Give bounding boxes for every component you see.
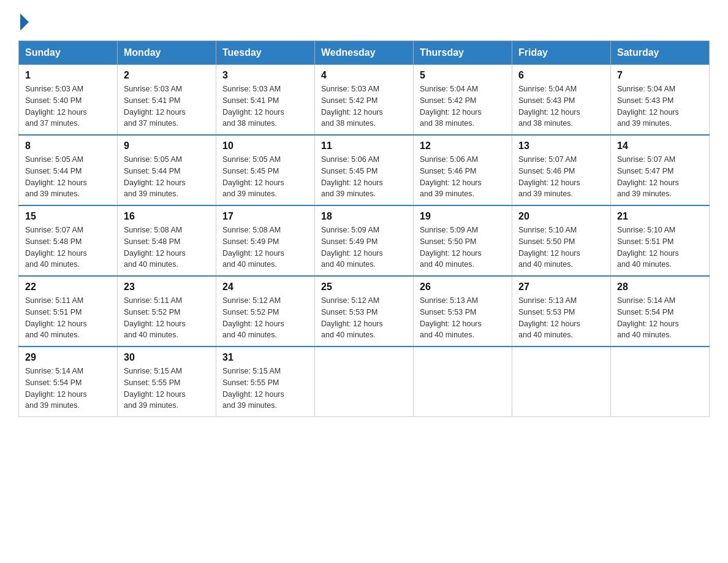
- day-info: Sunrise: 5:06 AMSunset: 5:46 PMDaylight:…: [420, 154, 506, 200]
- calendar-cell: 2Sunrise: 5:03 AMSunset: 5:41 PMDaylight…: [118, 65, 216, 136]
- calendar-cell: 8Sunrise: 5:05 AMSunset: 5:44 PMDaylight…: [19, 135, 118, 205]
- day-number: 24: [222, 282, 308, 293]
- calendar-cell: 17Sunrise: 5:08 AMSunset: 5:49 PMDayligh…: [216, 205, 315, 276]
- logo-arrow-icon: [20, 13, 29, 31]
- calendar-week-row: 8Sunrise: 5:05 AMSunset: 5:44 PMDaylight…: [19, 135, 710, 205]
- day-number: 18: [321, 211, 407, 222]
- day-number: 3: [222, 70, 308, 81]
- calendar-cell: 9Sunrise: 5:05 AMSunset: 5:44 PMDaylight…: [118, 135, 216, 205]
- day-info: Sunrise: 5:04 AMSunset: 5:42 PMDaylight:…: [420, 83, 506, 129]
- day-info: Sunrise: 5:15 AMSunset: 5:55 PMDaylight:…: [124, 366, 210, 412]
- calendar-cell: 22Sunrise: 5:11 AMSunset: 5:51 PMDayligh…: [19, 276, 118, 347]
- day-info: Sunrise: 5:13 AMSunset: 5:53 PMDaylight:…: [420, 295, 506, 341]
- calendar-cell: 19Sunrise: 5:09 AMSunset: 5:50 PMDayligh…: [414, 205, 512, 276]
- page-header: [18, 12, 710, 28]
- day-info: Sunrise: 5:13 AMSunset: 5:53 PMDaylight:…: [518, 295, 604, 341]
- calendar-header-thursday: Thursday: [414, 41, 512, 65]
- calendar-cell: 7Sunrise: 5:04 AMSunset: 5:43 PMDaylight…: [611, 65, 710, 136]
- calendar-cell: 18Sunrise: 5:09 AMSunset: 5:49 PMDayligh…: [315, 205, 414, 276]
- day-number: 17: [222, 211, 308, 222]
- calendar-cell: 28Sunrise: 5:14 AMSunset: 5:54 PMDayligh…: [611, 276, 710, 347]
- calendar-week-row: 1Sunrise: 5:03 AMSunset: 5:40 PMDaylight…: [19, 65, 710, 136]
- calendar-cell: 26Sunrise: 5:13 AMSunset: 5:53 PMDayligh…: [414, 276, 512, 347]
- day-info: Sunrise: 5:14 AMSunset: 5:54 PMDaylight:…: [617, 295, 703, 341]
- day-info: Sunrise: 5:03 AMSunset: 5:40 PMDaylight:…: [25, 83, 111, 129]
- day-number: 2: [124, 70, 210, 81]
- day-info: Sunrise: 5:08 AMSunset: 5:48 PMDaylight:…: [124, 224, 210, 270]
- day-number: 8: [25, 140, 111, 151]
- calendar-cell: 15Sunrise: 5:07 AMSunset: 5:48 PMDayligh…: [19, 205, 118, 276]
- day-info: Sunrise: 5:05 AMSunset: 5:45 PMDaylight:…: [222, 154, 308, 200]
- calendar-cell: 6Sunrise: 5:04 AMSunset: 5:43 PMDaylight…: [512, 65, 611, 136]
- calendar-header-row: SundayMondayTuesdayWednesdayThursdayFrid…: [19, 41, 710, 65]
- day-number: 23: [124, 282, 210, 293]
- calendar-cell: 10Sunrise: 5:05 AMSunset: 5:45 PMDayligh…: [216, 135, 315, 205]
- day-info: Sunrise: 5:07 AMSunset: 5:47 PMDaylight:…: [617, 154, 703, 200]
- calendar-header-sunday: Sunday: [19, 41, 118, 65]
- day-number: 15: [25, 211, 111, 222]
- calendar-header-monday: Monday: [118, 41, 216, 65]
- calendar-week-row: 15Sunrise: 5:07 AMSunset: 5:48 PMDayligh…: [19, 205, 710, 276]
- calendar-cell: 29Sunrise: 5:14 AMSunset: 5:54 PMDayligh…: [19, 347, 118, 417]
- calendar-cell: 16Sunrise: 5:08 AMSunset: 5:48 PMDayligh…: [118, 205, 216, 276]
- day-info: Sunrise: 5:06 AMSunset: 5:45 PMDaylight:…: [321, 154, 407, 200]
- day-info: Sunrise: 5:10 AMSunset: 5:51 PMDaylight:…: [617, 224, 703, 270]
- day-info: Sunrise: 5:09 AMSunset: 5:49 PMDaylight:…: [321, 224, 407, 270]
- calendar-cell: 21Sunrise: 5:10 AMSunset: 5:51 PMDayligh…: [611, 205, 710, 276]
- day-number: 5: [420, 70, 506, 81]
- calendar-cell: 20Sunrise: 5:10 AMSunset: 5:50 PMDayligh…: [512, 205, 611, 276]
- day-number: 22: [25, 282, 111, 293]
- day-number: 1: [25, 70, 111, 81]
- calendar-cell: 11Sunrise: 5:06 AMSunset: 5:45 PMDayligh…: [315, 135, 414, 205]
- calendar-cell: 1Sunrise: 5:03 AMSunset: 5:40 PMDaylight…: [19, 65, 118, 136]
- day-info: Sunrise: 5:12 AMSunset: 5:53 PMDaylight:…: [321, 295, 407, 341]
- calendar-cell: 4Sunrise: 5:03 AMSunset: 5:42 PMDaylight…: [315, 65, 414, 136]
- day-number: 28: [617, 282, 703, 293]
- day-info: Sunrise: 5:03 AMSunset: 5:42 PMDaylight:…: [321, 83, 407, 129]
- day-info: Sunrise: 5:11 AMSunset: 5:51 PMDaylight:…: [25, 295, 111, 341]
- day-info: Sunrise: 5:07 AMSunset: 5:48 PMDaylight:…: [25, 224, 111, 270]
- day-info: Sunrise: 5:08 AMSunset: 5:49 PMDaylight:…: [222, 224, 308, 270]
- calendar-cell: 14Sunrise: 5:07 AMSunset: 5:47 PMDayligh…: [611, 135, 710, 205]
- calendar-header-wednesday: Wednesday: [315, 41, 414, 65]
- day-number: 26: [420, 282, 506, 293]
- day-number: 7: [617, 70, 703, 81]
- day-number: 6: [518, 70, 604, 81]
- calendar-cell: 24Sunrise: 5:12 AMSunset: 5:52 PMDayligh…: [216, 276, 315, 347]
- day-info: Sunrise: 5:11 AMSunset: 5:52 PMDaylight:…: [124, 295, 210, 341]
- day-number: 11: [321, 140, 407, 151]
- calendar-week-row: 22Sunrise: 5:11 AMSunset: 5:51 PMDayligh…: [19, 276, 710, 347]
- calendar-cell: 3Sunrise: 5:03 AMSunset: 5:41 PMDaylight…: [216, 65, 315, 136]
- calendar-header-friday: Friday: [512, 41, 611, 65]
- day-info: Sunrise: 5:04 AMSunset: 5:43 PMDaylight:…: [617, 83, 703, 129]
- logo: [18, 12, 29, 28]
- day-number: 9: [124, 140, 210, 151]
- day-number: 10: [222, 140, 308, 151]
- calendar-cell: [512, 347, 611, 417]
- calendar-week-row: 29Sunrise: 5:14 AMSunset: 5:54 PMDayligh…: [19, 347, 710, 417]
- calendar-cell: [611, 347, 710, 417]
- calendar-cell: [315, 347, 414, 417]
- day-number: 30: [124, 352, 210, 363]
- day-number: 20: [518, 211, 604, 222]
- calendar-cell: 23Sunrise: 5:11 AMSunset: 5:52 PMDayligh…: [118, 276, 216, 347]
- day-info: Sunrise: 5:04 AMSunset: 5:43 PMDaylight:…: [518, 83, 604, 129]
- day-number: 29: [25, 352, 111, 363]
- day-number: 31: [222, 352, 308, 363]
- day-info: Sunrise: 5:15 AMSunset: 5:55 PMDaylight:…: [222, 366, 308, 412]
- calendar-cell: 25Sunrise: 5:12 AMSunset: 5:53 PMDayligh…: [315, 276, 414, 347]
- calendar-cell: 13Sunrise: 5:07 AMSunset: 5:46 PMDayligh…: [512, 135, 611, 205]
- day-info: Sunrise: 5:05 AMSunset: 5:44 PMDaylight:…: [25, 154, 111, 200]
- day-number: 16: [124, 211, 210, 222]
- day-number: 21: [617, 211, 703, 222]
- day-number: 14: [617, 140, 703, 151]
- day-number: 19: [420, 211, 506, 222]
- calendar-header-tuesday: Tuesday: [216, 41, 315, 65]
- day-info: Sunrise: 5:03 AMSunset: 5:41 PMDaylight:…: [124, 83, 210, 129]
- calendar-cell: 5Sunrise: 5:04 AMSunset: 5:42 PMDaylight…: [414, 65, 512, 136]
- calendar-cell: 27Sunrise: 5:13 AMSunset: 5:53 PMDayligh…: [512, 276, 611, 347]
- day-info: Sunrise: 5:09 AMSunset: 5:50 PMDaylight:…: [420, 224, 506, 270]
- day-info: Sunrise: 5:10 AMSunset: 5:50 PMDaylight:…: [518, 224, 604, 270]
- day-info: Sunrise: 5:07 AMSunset: 5:46 PMDaylight:…: [518, 154, 604, 200]
- day-info: Sunrise: 5:14 AMSunset: 5:54 PMDaylight:…: [25, 366, 111, 412]
